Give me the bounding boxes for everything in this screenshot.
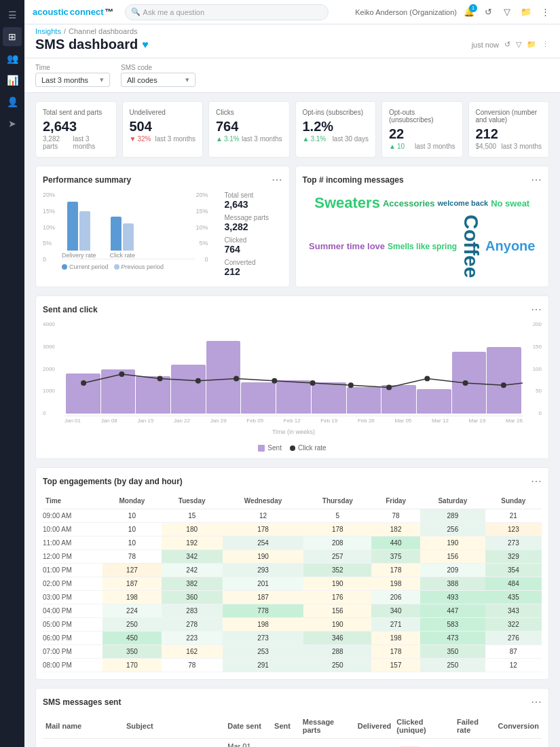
header-filter-icon[interactable]: ▽ — [516, 40, 521, 49]
favorite-icon[interactable]: ♥ — [142, 39, 149, 51]
notification-bell-icon[interactable]: 🔔 — [462, 5, 476, 19]
sent-click-panel: Sent and click ⋯ 4000 3000 2000 1000 0 2… — [35, 295, 549, 459]
sent-bar-7 — [312, 382, 346, 414]
col-tuesday: Tuesday — [162, 493, 223, 509]
cell-value: 350 — [420, 645, 485, 659]
cell-value: 435 — [485, 591, 542, 604]
y-left-1000: 1000 — [43, 388, 63, 394]
metric-optouts-change: ▲ 10 — [389, 143, 405, 150]
sidebar-icon-send[interactable]: ➤ — [3, 114, 22, 133]
sent-click-title: Sent and click — [43, 305, 98, 314]
sidebar-icon-users[interactable]: 👥 — [3, 49, 22, 68]
cell-value: 178 — [223, 523, 304, 536]
cell-time: 12:00 PM — [43, 550, 102, 564]
more-icon[interactable]: ⋮ — [538, 5, 552, 19]
y-right-0b: 0 — [525, 410, 542, 416]
folder-icon[interactable]: 📁 — [519, 5, 533, 19]
y-left-2000: 2000 — [43, 366, 63, 372]
up-arrow-icon3: ▲ — [389, 143, 396, 150]
cell-value: 12 — [485, 659, 542, 672]
x-axis: Jan 01 Jan 08 Jan 15 Jan 22 Jan 29 Feb 0… — [64, 418, 523, 424]
cell-time: 06:00 PM — [43, 632, 102, 645]
table-row: 06:00 PM450223273346198473276 — [43, 632, 542, 645]
legend-click-label: Click rate — [298, 444, 326, 452]
cell-value: 271 — [371, 618, 420, 632]
cell-value: 21 — [485, 509, 542, 523]
time-filter-select[interactable]: Last 3 months ▾ — [35, 73, 110, 87]
cell-value: 15 — [162, 509, 223, 523]
cell-value: 450 — [102, 632, 161, 645]
app-logo: acousticconnect™ — [33, 7, 114, 17]
last-updated: just now — [472, 41, 499, 49]
col-wednesday: Wednesday — [223, 493, 304, 509]
sidebar-icon-analytics[interactable]: 📊 — [3, 71, 22, 90]
legend-current: Current period — [62, 263, 109, 270]
top-engagements-menu[interactable]: ⋯ — [531, 475, 542, 488]
cell-value: 278 — [162, 618, 223, 632]
filter-icon[interactable]: ▽ — [500, 5, 514, 19]
cell-value: 253 — [223, 645, 304, 659]
code-filter-select[interactable]: All codes ▾ — [121, 73, 195, 87]
code-filter-chevron: ▾ — [185, 75, 189, 84]
sms-cell: Mar 01, 2023 — [225, 739, 272, 748]
down-arrow-icon: ▼ — [130, 135, 136, 143]
word-summer-time-love: Summer time love — [309, 241, 385, 251]
search-bar[interactable]: 🔍 Ask me a question — [125, 4, 329, 20]
cell-value: 209 — [420, 564, 485, 577]
x-label-mar19: Mar 19 — [468, 418, 485, 424]
x-label-jan29: Jan 29 — [210, 418, 227, 424]
failed-rate: .7% — [454, 739, 495, 748]
cell-value: 329 — [485, 550, 542, 564]
cell-time: 01:00 PM — [43, 564, 102, 577]
cell-time: 11:00 AM — [43, 536, 102, 550]
breadcrumb: Insights / Channel dashboards — [35, 27, 549, 35]
filters-bar: Time Last 3 months ▾ SMS code All codes … — [24, 58, 560, 93]
sms-messages-menu[interactable]: ⋯ — [531, 695, 542, 708]
sidebar-icon-menu[interactable]: ☰ — [3, 5, 22, 24]
x-label-feb05: Feb 05 — [246, 418, 263, 424]
cell-value: 322 — [485, 618, 542, 632]
performance-summary-title: Performance summary — [43, 175, 131, 185]
metric-undelivered-sub: last 3 months — [155, 135, 195, 143]
breadcrumb-insights[interactable]: Insights — [35, 27, 61, 35]
time-filter-label: Time — [35, 64, 110, 71]
sent-bar-9 — [381, 385, 416, 414]
y-label-10: 10% — [43, 224, 55, 231]
legend-current-dot — [62, 264, 67, 270]
sidebar: ☰ ⊞ 👥 📊 👤 ➤ ? ≡ ⚙ — [0, 0, 24, 747]
y-right-10: 10% — [195, 224, 208, 231]
header-refresh-icon[interactable]: ↺ — [504, 40, 510, 49]
header-more-icon[interactable]: ⋮ — [542, 40, 549, 49]
performance-summary-menu[interactable]: ⋯ — [272, 173, 282, 186]
sidebar-icon-person[interactable]: 👤 — [3, 92, 22, 111]
cell-value: 178 — [303, 523, 371, 536]
performance-summary-panel: Performance summary ⋯ 20% 15% 10% 5% 0 — [35, 166, 290, 287]
sent-bar-8 — [347, 387, 381, 414]
sidebar-icon-dashboard[interactable]: ⊞ — [3, 27, 22, 46]
word-cloud-menu[interactable]: ⋯ — [531, 173, 542, 186]
stat-clicked-label: Clicked — [225, 236, 282, 244]
engagements-table: Time Monday Tuesday Wednesday Thursday F… — [43, 493, 542, 672]
sent-click-menu[interactable]: ⋯ — [531, 303, 542, 316]
cell-value: 123 — [485, 523, 542, 536]
metric-undelivered: Undelivered 504 ▼ 32% last 3 months — [122, 101, 204, 158]
word-accessories: Accessories — [383, 198, 435, 208]
x-label-jan08: Jan 08 — [101, 418, 117, 424]
header-folder-icon[interactable]: 📁 — [527, 40, 536, 49]
sms-col-failed: Failed rate — [454, 714, 495, 739]
delivery-label: Delivery rate — [62, 252, 96, 259]
cell-value: 447 — [420, 604, 485, 618]
sms-row: Thank you shopper!You have been amazingM… — [43, 739, 542, 748]
refresh-icon[interactable]: ↺ — [481, 5, 495, 19]
stat-clicked: Clicked 764 — [225, 236, 282, 255]
cell-value: 127 — [102, 564, 161, 577]
cell-value: 224 — [102, 604, 161, 618]
cell-value: 201 — [223, 577, 304, 591]
click-current-bar — [111, 217, 122, 251]
metric-conversion-sub: last 3 months — [502, 143, 542, 150]
cell-value: 187 — [223, 591, 304, 604]
user-label: Keiko Anderson (Organization) — [355, 8, 457, 16]
cell-value: 187 — [102, 577, 161, 591]
cell-value: 360 — [162, 591, 223, 604]
metric-total-sent-parts: 3,282 parts — [43, 135, 73, 150]
